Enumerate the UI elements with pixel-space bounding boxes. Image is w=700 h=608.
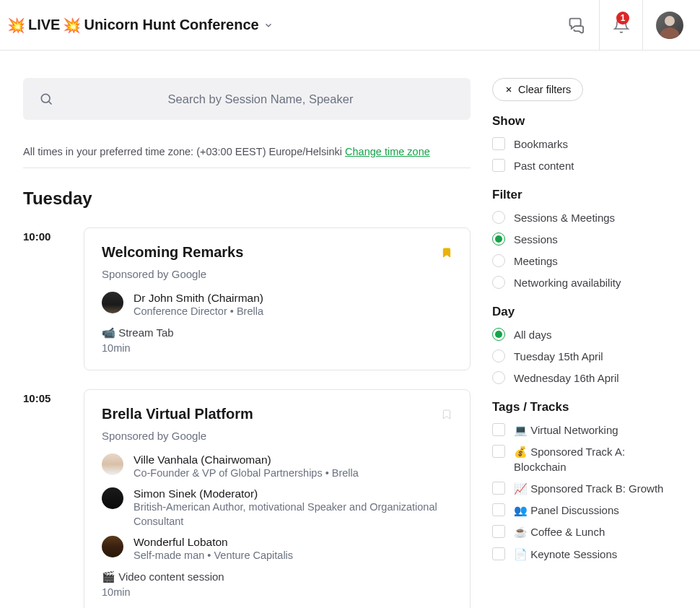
tag-icon: ☕ [514,526,528,538]
tag-panel-checkbox[interactable]: 👥 Panel Discussions [492,503,677,518]
speaker-avatar[interactable] [102,292,123,313]
radio-icon [492,233,505,246]
filter-sessions-radio[interactable]: Sessions [492,233,677,246]
search-icon [39,92,53,106]
speaker-role: Conference Director • Brella [134,305,263,319]
svg-point-0 [41,94,50,103]
bookmark-icon[interactable] [441,407,452,422]
checkbox-icon [492,159,505,172]
tag-icon: 📈 [514,482,528,495]
session-title: Brella Virtual Platform [102,406,452,422]
speaker-avatar[interactable] [102,487,123,509]
tag-coffee-checkbox[interactable]: ☕ Coffee & Lunch [492,525,677,539]
video-icon: 📹 [102,326,115,339]
tag-icon: 📄 [514,548,528,560]
event-title: Unicorn Hunt Conference [84,17,258,33]
header-actions: 1 [556,0,686,51]
change-timezone-link[interactable]: Change time zone [345,146,430,157]
profile-button[interactable] [642,0,686,51]
day-heading: Tuesday [23,188,471,209]
radio-icon [492,276,505,289]
session-time: 10:00 [23,227,64,370]
bookmark-icon[interactable] [441,246,452,260]
day-all-radio[interactable]: All days [492,328,677,341]
tag-label: Virtual Networking [530,424,618,436]
tag-label: Coffee & Lunch [530,526,605,538]
day-heading: Day [492,305,677,319]
radio-icon [492,254,505,267]
header-title-group[interactable]: 💥 LIVE 💥 Unicorn Hunt Conference [7,17,274,34]
speaker-name: Wonderful Lobaton [134,536,293,549]
speaker-row: Wonderful Lobaton Self-made man • Ventur… [102,536,452,563]
tag-blockchain-checkbox[interactable]: 💰 Sponsored Track A: Blockchain [492,445,677,474]
radio-label: Wednesday 16th April [514,372,619,384]
session-sponsor: Sponsored by Google [102,430,452,442]
checkbox-icon [492,482,505,495]
speaker-row: Dr John Smith (Chairman) Conference Dire… [102,292,452,319]
checkbox-icon [492,547,505,560]
checkbox-label: Bookmarks [514,138,568,150]
checkbox-icon [492,503,505,516]
session-duration: 10min [102,342,452,354]
checkbox-icon [492,445,505,458]
speaker-role: British-American Author, motivational Sp… [134,500,452,529]
radio-label: Meetings [514,255,558,267]
radio-icon [492,328,505,341]
day-tuesday-radio[interactable]: Tuesday 15th April [492,349,677,362]
filter-sessions-meetings-radio[interactable]: Sessions & Meetings [492,211,677,224]
tz-value: (+03:00 EEST) Europe/Helsinki [196,146,342,157]
timezone-row: All times in your preferred time zone: (… [23,146,471,168]
tag-label: Keynote Sessions [530,548,617,560]
radio-label: Sessions & Meetings [514,212,615,224]
search-box[interactable] [23,78,471,120]
tag-label: Sponsored Track A: Blockchain [514,446,625,472]
filter-sidebar: Clear filters Show Bookmarks Past conten… [492,78,677,608]
session-type-label: Stream Tab [118,326,173,339]
radio-icon [492,371,505,384]
session-time: 10:05 [23,389,64,608]
clear-filters-label: Clear filters [518,84,571,95]
messages-button[interactable] [556,0,599,51]
session-card[interactable]: Brella Virtual Platform Sponsored by Goo… [84,389,471,608]
speaker-name: Ville Vanhala (Chairwoman) [134,453,359,466]
speaker-row: Ville Vanhala (Chairwoman) Co-Founder & … [102,453,452,481]
tag-label: Panel Discussions [530,504,619,516]
show-bookmarks-checkbox[interactable]: Bookmarks [492,137,677,150]
session-type-label: Video content session [118,570,224,583]
session-type: 🎬 Video content session [102,570,452,583]
emoji-icon: 💥 [7,17,25,34]
speaker-role: Self-made man • Venture Capitalis [134,549,293,563]
speaker-avatar[interactable] [102,536,123,557]
checkbox-label: Past content [514,160,574,172]
radio-label: Tuesday 15th April [514,350,603,362]
live-label: LIVE [28,17,60,33]
speaker-row: Simon Sinek (Moderator) British-American… [102,487,452,529]
user-avatar[interactable] [656,12,683,39]
show-past-checkbox[interactable]: Past content [492,159,677,172]
session-title: Welcoming Remarks [102,244,452,261]
tag-virtual-networking-checkbox[interactable]: 💻 Virtual Networking [492,423,677,438]
search-input[interactable] [66,92,455,106]
day-wednesday-radio[interactable]: Wednesday 16th April [492,371,677,384]
tag-keynote-checkbox[interactable]: 📄 Keynote Sessions [492,547,677,562]
chevron-down-icon[interactable] [263,20,274,30]
tag-icon: 💰 [514,446,528,458]
tag-growth-checkbox[interactable]: 📈 Sponsored Track B: Growth [492,482,677,496]
close-icon [504,85,513,94]
checkbox-icon [492,423,505,436]
clear-filters-button[interactable]: Clear filters [492,78,583,101]
tag-label: Sponsored Track B: Growth [530,482,663,495]
speaker-avatar[interactable] [102,453,123,475]
radio-label: Networking availability [514,277,621,289]
tag-icon: 👥 [514,504,528,516]
filter-networking-radio[interactable]: Networking availability [492,276,677,289]
svg-line-1 [49,102,52,105]
speaker-role: Co-Founder & VP of Global Partnerships •… [134,466,359,481]
filter-meetings-radio[interactable]: Meetings [492,254,677,267]
radio-label: Sessions [514,233,558,246]
session-duration: 10min [102,586,452,598]
speaker-name: Dr John Smith (Chairman) [134,292,263,305]
session-card[interactable]: Welcoming Remarks Sponsored by Google Dr… [84,227,471,370]
notifications-button[interactable]: 1 [599,0,642,51]
tags-heading: Tags / Tracks [492,400,677,414]
